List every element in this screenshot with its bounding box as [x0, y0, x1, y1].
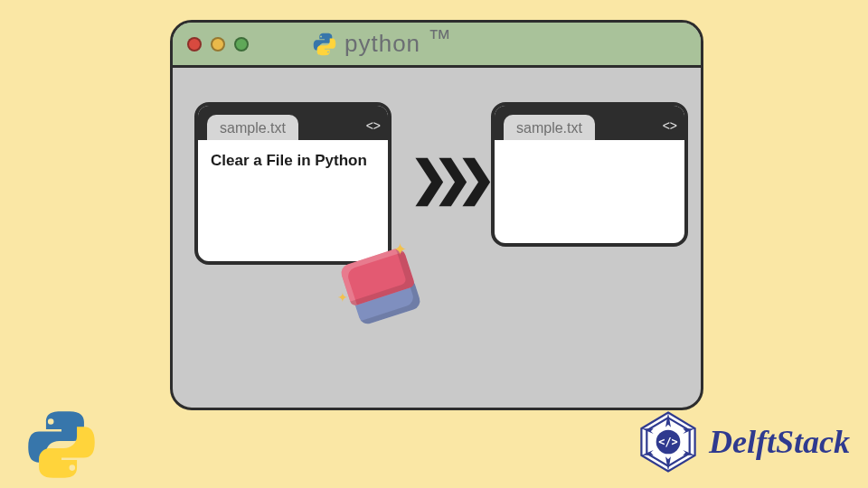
sparkle-icon: ✦: [393, 239, 407, 259]
python-text: python: [344, 30, 420, 58]
arrow-flow-icon: ❯❯❯: [410, 151, 480, 205]
delftstack-logo-icon: </>: [635, 408, 702, 475]
file-tabbar: sample.txt < >: [495, 106, 684, 140]
brand-footer: </> DelftStack: [635, 408, 850, 475]
sparkle-icon: ✦: [337, 290, 348, 305]
file-card-before: sample.txt < > Clear a File in Python: [194, 102, 392, 265]
file-card-after: sample.txt < >: [491, 102, 688, 247]
chevron-right-icon: ❯❯❯: [410, 151, 480, 205]
code-brackets-icon: < >: [366, 118, 379, 140]
file-tab-label: sample.txt: [516, 120, 582, 136]
python-logo-icon: [312, 32, 337, 57]
file-tabbar: sample.txt < >: [198, 106, 388, 140]
file-content: [495, 140, 684, 162]
minimize-dot[interactable]: [211, 37, 225, 52]
brand-name: DelftStack: [709, 423, 850, 461]
maximize-dot[interactable]: [234, 37, 249, 52]
file-content: Clear a File in Python: [198, 140, 388, 183]
file-tab[interactable]: sample.txt: [504, 115, 595, 140]
traffic-lights: [187, 37, 249, 52]
eraser-icon: [334, 238, 436, 340]
code-brackets-icon: < >: [663, 118, 675, 140]
window-content: sample.txt < > Clear a File in Python ✦ …: [173, 68, 701, 408]
file-tab-label: sample.txt: [220, 120, 286, 136]
app-window: python ™ sample.txt < > Clear a File in …: [170, 20, 703, 410]
window-titlebar: python ™: [173, 23, 701, 68]
close-dot[interactable]: [187, 37, 202, 52]
python-logo-icon: [24, 407, 99, 483]
trademark-symbol: ™: [428, 24, 452, 52]
svg-text:</>: </>: [658, 436, 677, 448]
file-tab[interactable]: sample.txt: [207, 115, 298, 140]
python-label: python ™: [312, 30, 452, 58]
